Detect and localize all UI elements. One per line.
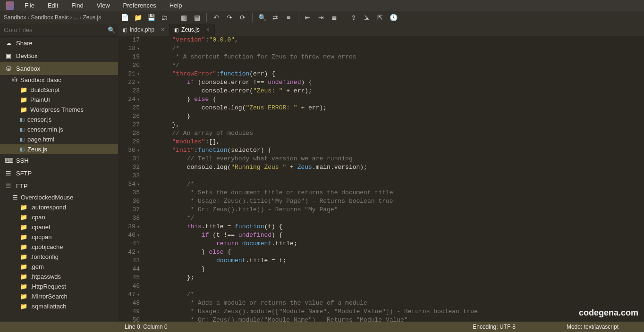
tree-item[interactable]: ◧censor.js: [0, 115, 118, 124]
menu-edit[interactable]: Edit: [41, 2, 65, 9]
indent-l-icon[interactable]: ⇤: [301, 14, 314, 21]
terminal-icon: ⌨: [5, 157, 12, 164]
tree-sandbox-basic[interactable]: ⛁Sandbox Basic: [0, 75, 118, 85]
status-encoding[interactable]: Encoding: UTF-8: [466, 324, 522, 330]
drive-icon: ⛁: [5, 65, 12, 72]
watermark: codegena.com: [579, 308, 638, 318]
replace-icon[interactable]: ⇄: [269, 14, 282, 21]
menubar: FileEditFindViewPreferencesHelp: [0, 0, 644, 11]
tree-item[interactable]: ◧page.html: [0, 134, 118, 144]
tree-item[interactable]: ◧Zeus.js: [0, 144, 118, 154]
editor-pane: ◧index.php×◧Zeus.js× 17 18▾19 20 21▾22▾2…: [118, 24, 644, 322]
sidebar-sandbox[interactable]: ⛁ Sandbox: [0, 62, 118, 75]
refresh-icon[interactable]: ⟳: [236, 14, 249, 21]
menu-help[interactable]: Help: [163, 2, 189, 9]
redo-icon[interactable]: ↷: [223, 14, 236, 21]
tree-item[interactable]: 📁.HttpRequest: [0, 282, 118, 291]
tree-item[interactable]: 📁PlainUI: [0, 95, 118, 105]
server-icon: ☰: [5, 183, 12, 190]
sidebar-sandbox-label: Sandbox: [16, 65, 40, 72]
goto-files-input[interactable]: [0, 26, 105, 33]
export-icon[interactable]: ⇲: [360, 14, 373, 21]
sidebar-share[interactable]: ☁ Share: [0, 37, 118, 50]
breadcrumbs[interactable]: Sandbox›Sandbox Basic›...›Zeus.js: [0, 14, 118, 21]
tree-item[interactable]: 📁.sqmailattach: [0, 301, 118, 311]
menu-find[interactable]: Find: [65, 2, 90, 9]
folder-icon: 📁: [20, 106, 27, 113]
tree-item[interactable]: 📁.fontconfig: [0, 252, 118, 262]
goto-icon[interactable]: ≡: [282, 14, 295, 21]
tree-item[interactable]: 📁.autorespond: [0, 202, 118, 212]
code-area[interactable]: 17 18▾19 20 21▾22▾23 24▾25 26 27 28 29 3…: [118, 36, 644, 322]
sidebar: 🔍 ☁ Share ▣ DevBox ⛁ Sandbox ⛁Sandbox Ba…: [0, 24, 118, 322]
breadcrumb-part[interactable]: Sandbox: [4, 14, 26, 21]
search-icon[interactable]: 🔍: [105, 26, 118, 33]
tree-item[interactable]: 📁.cpan: [0, 212, 118, 222]
folder-icon: 📁: [20, 96, 27, 103]
file-icon: ◧: [20, 116, 25, 123]
tree-item[interactable]: 📁Wordpress Themes: [0, 105, 118, 115]
statusbar: Line 0, Column 0 Encoding: UTF-8 Mode: t…: [0, 322, 644, 332]
menu-preferences[interactable]: Preferences: [117, 2, 163, 9]
file-icon: ◧: [20, 126, 25, 133]
box-icon: ▣: [5, 52, 12, 59]
split-v-icon[interactable]: ▥: [177, 14, 190, 21]
folder-icon: 📁: [20, 253, 27, 260]
tab-index-php[interactable]: ◧index.php×: [118, 24, 169, 36]
file-icon: ◧: [174, 27, 178, 33]
close-icon[interactable]: ×: [206, 26, 210, 33]
menu-file[interactable]: File: [18, 2, 41, 9]
undo-icon[interactable]: ↶: [210, 14, 223, 21]
ftp-host[interactable]: ☰OverclockedMouse: [0, 192, 118, 202]
folder-icon: 📁: [20, 233, 27, 241]
save-all-icon[interactable]: 🗂: [158, 14, 171, 21]
tree-item[interactable]: 📁.gem: [0, 262, 118, 272]
sidebar-share-label: Share: [16, 40, 33, 47]
folder-icon: 📁: [20, 273, 27, 280]
file-icon: ◧: [20, 136, 25, 142]
toolbar-icons: 📄📁💾🗂▥▤↶↷⟳🔍⇄≡⇤⇥≣⇪⇲⇱🕓: [118, 11, 400, 24]
server-icon: ☰: [12, 194, 18, 201]
history-icon[interactable]: 🕓: [387, 14, 400, 21]
close-icon[interactable]: ×: [161, 26, 164, 33]
folder-icon: 📁: [20, 204, 27, 211]
folder-icon: 📁: [20, 263, 27, 270]
sidebar-devbox-label: DevBox: [16, 52, 38, 59]
menu-view[interactable]: View: [90, 2, 117, 9]
search-icon[interactable]: 🔍: [255, 14, 269, 21]
gutter: 17 18▾19 20 21▾22▾23 24▾25 26 27 28 29 3…: [118, 36, 143, 322]
tree-item[interactable]: 📁.htpasswds: [0, 272, 118, 282]
new-file-icon[interactable]: 📄: [118, 14, 131, 21]
share-icon[interactable]: ⇪: [347, 14, 360, 21]
sidebar-ftp-label: FTP: [16, 183, 28, 190]
breadcrumb-part[interactable]: ...: [73, 14, 78, 21]
cloud-icon: ☁: [5, 40, 12, 47]
sidebar-sftp-label: SFTP: [16, 170, 32, 177]
breadcrumb-part[interactable]: Zeus.js: [83, 14, 101, 21]
status-position[interactable]: Line 0, Column 0: [118, 324, 174, 330]
new-folder-icon[interactable]: 📁: [131, 14, 144, 21]
tree-item[interactable]: 📁.cpcpan: [0, 232, 118, 242]
sidebar-ftp[interactable]: ☰ FTP: [0, 180, 118, 192]
sidebar-sftp[interactable]: ☰ SFTP: [0, 167, 118, 180]
save-icon[interactable]: 💾: [144, 14, 158, 21]
folder-icon: 📁: [20, 86, 27, 93]
import-icon[interactable]: ⇱: [373, 14, 387, 21]
tree-item[interactable]: 📁.cpanel: [0, 222, 118, 232]
sidebar-devbox[interactable]: ▣ DevBox: [0, 50, 118, 62]
breadcrumb-part[interactable]: Sandbox Basic: [31, 14, 68, 21]
tree-item[interactable]: 📁.MirrorSearch: [0, 291, 118, 301]
split-h-icon[interactable]: ▤: [190, 14, 203, 21]
tab-Zeus-js[interactable]: ◧Zeus.js×: [169, 24, 215, 36]
status-mode[interactable]: Mode: text/javascript: [560, 324, 625, 330]
tree-item[interactable]: 📁BuildScript: [0, 85, 118, 95]
folder-icon: 📁: [20, 224, 27, 231]
server-icon: ☰: [5, 170, 12, 177]
sidebar-ssh[interactable]: ⌨ SSH: [0, 154, 118, 167]
indent-r-icon[interactable]: ⇥: [314, 14, 328, 21]
editor-tabs: ◧index.php×◧Zeus.js×: [118, 24, 644, 36]
code-content[interactable]: "version":"0.0.0", /* * A shortcut funct…: [143, 36, 644, 322]
tree-item[interactable]: 📁.cpobjcache: [0, 242, 118, 252]
wrap-icon[interactable]: ≣: [328, 14, 341, 21]
tree-item[interactable]: ◧censor.min.js: [0, 124, 118, 134]
